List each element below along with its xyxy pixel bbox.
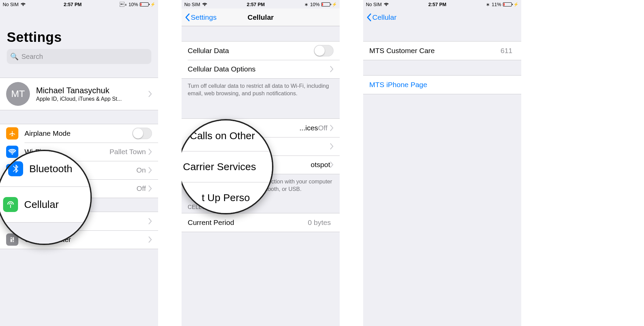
status-right: ∗ 10% ⚡: [120, 2, 155, 7]
bluetooth-icon: ∗: [120, 2, 127, 7]
data-group-footer: Turn off cellular data to restrict all d…: [182, 79, 340, 101]
chevron-right-icon: [149, 218, 152, 224]
apple-id-cell[interactable]: MT Michael Tanasychuk Apple ID, iCloud, …: [0, 78, 158, 110]
iphone-page-cell[interactable]: MTS iPhone Page: [363, 76, 521, 94]
mag-hotspot-label: t Up Perso: [202, 192, 250, 203]
account-name: Michael Tanasychuk: [36, 86, 149, 95]
status-bar: No SIM 2:57 PM ∗11%⚡: [363, 0, 521, 9]
cellular-data-options-label: Cellular Data Options: [188, 65, 330, 73]
mag-row-cellular: Cellular: [0, 187, 90, 223]
wifi-icon: [20, 2, 26, 7]
magnifier-callout: Bluetooth Cellular: [0, 150, 92, 245]
phone-settings: No SIM 2:57 PM ∗ 10% ⚡ Settings 🔍 Searc…: [0, 0, 158, 326]
back-button[interactable]: Cellular: [367, 13, 396, 21]
data-group: Cellular Data Cellular Data Options: [182, 41, 340, 79]
avatar: MT: [6, 82, 30, 106]
svg-rect-1: [11, 237, 12, 242]
current-period-cell[interactable]: Current Period 0 bytes: [182, 213, 340, 232]
iphone-page-label: MTS iPhone Page: [369, 81, 515, 89]
magnifier-callout: Calls on Other Carrier Services t Up Per…: [182, 119, 273, 214]
chevron-right-icon: [149, 185, 152, 192]
battery-percent: 11%: [492, 2, 501, 7]
large-title-area: Settings 🔍 Search: [0, 9, 158, 67]
svg-point-3: [11, 238, 12, 239]
page-title: Settings: [7, 30, 151, 45]
calls-on-other-value: Off: [318, 124, 327, 132]
mag-row-carrier-services: Carrier Services: [182, 151, 272, 182]
carrier-text: No SIM: [184, 2, 200, 7]
airplane-mode-cell[interactable]: Airplane Mode: [0, 124, 158, 143]
chevron-right-icon: [330, 162, 334, 168]
battery-percent: 10%: [310, 2, 320, 7]
link-group: MTS iPhone Page: [363, 75, 521, 94]
customer-care-value: 611: [501, 47, 512, 55]
status-bar: No SIM 2:57 PM ∗10%⚡: [182, 0, 340, 9]
battery-percent: 10%: [129, 2, 138, 7]
svg-rect-2: [13, 237, 14, 242]
charging-icon: ⚡: [332, 2, 337, 7]
back-button[interactable]: Settings: [185, 13, 217, 21]
bluetooth-value: On: [136, 166, 146, 174]
cellular-data-options-cell[interactable]: Cellular Data Options: [182, 60, 340, 78]
wifi-icon: [384, 2, 389, 7]
chevron-right-icon: [330, 125, 334, 131]
carrier-text: No SIM: [366, 2, 382, 7]
nav-bar: Cellular: [363, 9, 521, 26]
chevron-right-icon: [149, 149, 152, 155]
current-period-label: Current Period: [188, 218, 308, 227]
cellular-data-cell[interactable]: Cellular Data: [182, 42, 340, 60]
back-label: Settings: [191, 13, 217, 21]
status-time: 2:57 PM: [64, 2, 82, 7]
current-period-value: 0 bytes: [308, 218, 331, 227]
svg-point-4: [13, 240, 14, 241]
mag-cellular-label: Cellular: [24, 199, 59, 210]
chevron-right-icon: [330, 143, 334, 149]
wifi-app-icon: [6, 146, 18, 158]
bluetooth-icon: ∗: [304, 2, 308, 7]
chevron-right-icon: [149, 237, 152, 243]
chevron-right-icon: [149, 167, 152, 173]
status-bar: No SIM 2:57 PM ∗ 10% ⚡: [0, 0, 158, 9]
chevron-left-icon: [185, 13, 190, 21]
phone-cellular: No SIM 2:57 PM ∗10%⚡ Settings Cellular C…: [182, 0, 340, 326]
mag-bluetooth-label: Bluetooth: [29, 163, 72, 175]
bluetooth-app-icon: [8, 161, 23, 176]
airplane-icon: [6, 127, 18, 140]
battery-icon: [503, 2, 512, 6]
care-group: MTS Customer Care 611: [363, 41, 521, 60]
battery-icon: [140, 2, 149, 6]
mag-carrier-services-label: Carrier Services: [183, 161, 256, 173]
customer-care-cell[interactable]: MTS Customer Care 611: [363, 42, 521, 60]
wifi-value: Pallet Town: [109, 148, 146, 156]
status-left: No SIM: [3, 2, 26, 7]
charging-icon: ⚡: [513, 2, 519, 7]
carrier-text: No SIM: [3, 2, 19, 7]
phone-carrier-services: No SIM 2:57 PM ∗11%⚡ Cellular MTS Custom…: [363, 0, 521, 326]
status-time: 2:57 PM: [247, 2, 265, 7]
chevron-right-icon: [330, 66, 334, 72]
cellular-data-label: Cellular Data: [188, 47, 314, 55]
status-time: 2:57 PM: [428, 2, 446, 7]
search-icon: 🔍: [10, 52, 19, 61]
charging-icon: ⚡: [150, 2, 155, 7]
airplane-label: Airplane Mode: [24, 129, 132, 137]
search-placeholder: Search: [21, 53, 43, 61]
usage-group: Current Period 0 bytes: [182, 213, 340, 232]
airplane-switch[interactable]: [132, 128, 152, 139]
bluetooth-icon: ∗: [486, 2, 490, 7]
customer-care-label: MTS Customer Care: [369, 47, 501, 55]
back-label: Cellular: [372, 13, 396, 21]
cellular-data-switch[interactable]: [314, 45, 334, 56]
account-group: MT Michael Tanasychuk Apple ID, iCloud, …: [0, 78, 158, 110]
mag-calls-other-label: Calls on Other: [190, 130, 255, 142]
nav-bar: Settings Cellular: [182, 9, 340, 26]
cellular-icon: [3, 197, 18, 212]
wifi-icon: [202, 2, 207, 7]
search-input[interactable]: 🔍 Search: [7, 49, 151, 64]
chevron-right-icon: [149, 91, 152, 97]
cellular-value: Off: [136, 184, 146, 193]
account-services: Apple ID, iCloud, iTunes & App St...: [36, 96, 149, 102]
battery-icon: [321, 2, 330, 6]
chevron-left-icon: [367, 13, 371, 21]
